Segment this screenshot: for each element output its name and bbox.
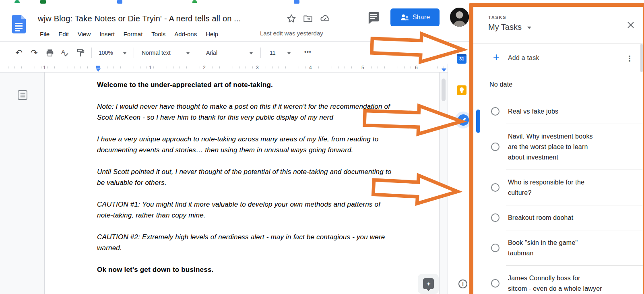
paragraph: Until Scott pointed it out, I never thou…: [97, 166, 435, 188]
active-panel-indicator: [476, 110, 480, 133]
document-scrollbar[interactable]: [442, 79, 446, 101]
font-caret-icon[interactable]: [250, 52, 253, 54]
star-icon[interactable]: [286, 13, 297, 24]
add-task-label: Add a task: [508, 54, 539, 62]
menu-item-edit[interactable]: Edit: [54, 29, 73, 39]
tasks-icon: [458, 114, 469, 126]
text-line: Scott McKeon - so I have him to thank fo…: [97, 112, 435, 123]
style-caret-icon[interactable]: [186, 52, 190, 54]
undo-button[interactable]: ↶: [13, 47, 25, 58]
task-row[interactable]: Real vs fake jobs: [473, 99, 642, 124]
rail-divider: [448, 64, 448, 294]
print-button[interactable]: [44, 47, 56, 58]
menu-item-insert[interactable]: Insert: [95, 29, 119, 39]
menu-item-format[interactable]: Format: [119, 29, 147, 39]
close-icon: [627, 21, 634, 29]
task-row[interactable]: Breakout room doohat: [473, 205, 642, 230]
task-text-line: are the worst place to learn: [508, 142, 638, 152]
toolbar-separator: [91, 48, 92, 58]
task-text-line: James Connolly boss for: [508, 273, 638, 284]
tab-favicon-blue: [294, 0, 299, 4]
task-row[interactable]: Navil. Why investment booksare the worst…: [473, 124, 642, 170]
tab-favicon-drive: [117, 0, 122, 4]
menu-item-help[interactable]: Help: [201, 29, 223, 39]
task-complete-circle[interactable]: [491, 183, 500, 192]
task-row[interactable]: Who is responsible for theculture?: [473, 170, 642, 205]
font-size-caret-icon[interactable]: [287, 52, 291, 54]
task-complete-circle[interactable]: [491, 279, 500, 288]
menu-item-add-ons[interactable]: Add-ons: [170, 29, 201, 39]
task-list-switcher[interactable]: My Tasks: [488, 23, 531, 32]
font-select[interactable]: Arial: [206, 50, 217, 56]
task-text-line: Breakout room doohat: [508, 213, 638, 223]
paragraph: CAUTION #2: Extremely high levels of ner…: [97, 232, 435, 253]
toolbar: ↶ ↷ A 100% Normal text Arial 11 •••: [0, 42, 473, 63]
redo-button[interactable]: ↷: [29, 47, 40, 58]
document-title[interactable]: wjw Blog: Take Notes or Die Tryin' - A n…: [38, 14, 241, 23]
add-task-row[interactable]: + Add a task ⋮: [473, 49, 644, 69]
chevron-down-icon: [527, 27, 531, 29]
ruler-number: 6: [413, 65, 419, 70]
paint-format-button[interactable]: [75, 47, 86, 58]
tab-favicon-green-circle: [14, 0, 20, 3]
pencil-glyph: [460, 117, 466, 123]
menu-item-tools[interactable]: Tools: [147, 29, 170, 39]
ruler-number: 2: [201, 65, 207, 70]
text-line: warned.: [97, 242, 435, 253]
text-line: Note: I would never have thought to make…: [97, 101, 435, 112]
calendar-icon-top: [457, 54, 466, 56]
document-page[interactable]: Welcome to the under-appreciated art of …: [44, 72, 440, 294]
close-panel-button[interactable]: [625, 19, 637, 31]
task-text-line: Book "skin in the game": [508, 238, 638, 248]
paragraph-style-select[interactable]: Normal text: [142, 50, 171, 56]
right-indent-marker[interactable]: [442, 68, 446, 72]
share-button[interactable]: Share: [390, 8, 440, 26]
ruler-ticks: [8, 66, 444, 68]
spellcheck-button[interactable]: A: [60, 47, 71, 58]
task-row[interactable]: James Connolly boss forsitcom - even do …: [473, 266, 642, 294]
task-complete-circle[interactable]: [491, 213, 500, 222]
panel-scrollbar[interactable]: [640, 44, 643, 72]
task-text: Book "skin in the game"taubman: [508, 238, 638, 259]
comment-history-icon[interactable]: [367, 10, 380, 24]
zoom-select[interactable]: 100%: [99, 50, 113, 56]
menu-item-file[interactable]: File: [35, 29, 54, 39]
show-outline-icon[interactable]: [17, 89, 28, 101]
text-line: Ok now let's get down to business.: [97, 264, 435, 275]
task-text-line: Who is responsible for the: [508, 177, 638, 188]
cloud-saved-icon[interactable]: [320, 13, 330, 24]
text-line: CAUTION #2: Extremely high levels of ner…: [97, 232, 435, 242]
info-icon[interactable]: i: [458, 280, 467, 288]
task-text: Navil. Why investment booksare the worst…: [508, 131, 638, 163]
zoom-caret-icon[interactable]: [123, 52, 126, 54]
calendar-icon[interactable]: 31: [457, 54, 466, 64]
browser-tabstrip: [0, 0, 644, 7]
paragraph: Ok now let's get down to business.: [97, 264, 435, 275]
more-toolbar-button[interactable]: •••: [304, 49, 312, 55]
task-complete-circle[interactable]: [491, 107, 500, 116]
first-line-indent-marker[interactable]: [96, 66, 100, 68]
toolbar-separator: [298, 48, 298, 58]
task-row[interactable]: Book "skin in the game"taubman: [473, 230, 642, 266]
ruler-number: 5: [360, 65, 366, 70]
task-text: Breakout room doohat: [508, 213, 638, 223]
move-to-folder-icon[interactable]: [303, 13, 313, 24]
ruler-number: 4: [308, 65, 314, 70]
menu-item-view[interactable]: View: [73, 29, 95, 39]
last-edit-status[interactable]: Last edit was yesterday: [260, 30, 323, 37]
task-complete-circle[interactable]: [491, 143, 500, 151]
calendar-icon-number: 31: [457, 56, 466, 61]
tab-favicon-green-dot: [192, 0, 197, 3]
tasks-menu-button[interactable]: ⋮: [625, 52, 634, 65]
tasks-icon-active[interactable]: [455, 112, 472, 128]
google-docs-logo[interactable]: [12, 15, 26, 33]
ruler-number: 1: [41, 65, 47, 70]
text-line: documenting events and stories… then usi…: [97, 145, 435, 155]
left-indent-marker[interactable]: [96, 68, 101, 72]
task-complete-circle[interactable]: [491, 244, 500, 252]
task-text-line: Navil. Why investment books: [508, 131, 638, 142]
keep-icon[interactable]: [457, 85, 466, 95]
font-size-select[interactable]: 11: [270, 50, 276, 56]
explore-button[interactable]: ✦: [423, 278, 434, 289]
account-avatar[interactable]: [450, 8, 469, 27]
